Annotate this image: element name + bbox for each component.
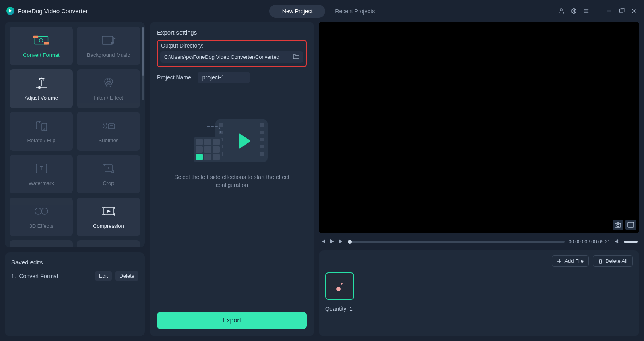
snapshot-icon[interactable] (613, 220, 623, 230)
placeholder-graphic (194, 119, 270, 164)
export-button[interactable]: Export (157, 312, 307, 329)
project-name-label: Project Name: (157, 74, 193, 81)
edit-icon (33, 247, 50, 247)
background-music-icon (101, 34, 117, 46)
effects-panel: Convert Format Background Music Adjust V… (5, 22, 145, 247)
folder-stack-icon (101, 247, 117, 247)
svg-point-14 (111, 42, 114, 44)
account-icon[interactable] (558, 8, 565, 15)
volume-icon[interactable] (614, 239, 620, 245)
saved-edit-button[interactable]: Edit (95, 271, 112, 281)
effect-background-music[interactable]: Background Music (77, 27, 140, 65)
saved-delete-button[interactable]: Delete (115, 271, 138, 281)
output-directory-input[interactable]: C:\Users\pc\FoneDog Video Converter\Conv… (160, 51, 303, 63)
effects-scrollbar[interactable] (142, 27, 144, 100)
svg-point-30 (41, 208, 48, 214)
watermark-icon: T (33, 162, 50, 175)
menu-icon[interactable] (583, 8, 590, 15)
convert-format-icon (33, 34, 50, 46)
compression-icon (101, 205, 117, 217)
prev-track-icon[interactable] (320, 239, 326, 245)
svg-point-36 (617, 224, 619, 227)
filter-effect-icon (101, 77, 117, 89)
svg-point-29 (35, 208, 41, 214)
effect-convert-format[interactable]: Convert Format (10, 27, 73, 65)
svg-rect-22 (108, 124, 115, 129)
three-d-icon (33, 205, 50, 217)
effect-subtitles[interactable]: Subtitles (77, 112, 140, 151)
progress-slider[interactable] (348, 241, 565, 243)
svg-marker-33 (107, 210, 111, 213)
minimize-button[interactable] (606, 8, 613, 15)
volume-slider[interactable] (624, 241, 638, 243)
effect-3d-effects[interactable]: 3D Effects (10, 198, 73, 236)
next-track-icon[interactable] (338, 239, 344, 245)
effect-crop[interactable]: Crop (77, 155, 140, 193)
effect-watermark[interactable]: T Watermark (10, 155, 73, 193)
output-directory-block: Output Directory: C:\Users\pc\FoneDog Vi… (157, 40, 307, 67)
svg-point-1 (573, 10, 574, 12)
files-panel: Add File Delete All Quantity: 1 (319, 250, 639, 336)
svg-point-40 (336, 287, 341, 291)
svg-point-0 (560, 8, 563, 11)
svg-text:T: T (40, 166, 43, 171)
close-button[interactable] (631, 8, 638, 15)
effect-filter-effect[interactable]: Filter / Effect (77, 69, 140, 108)
time-display: 00:00:00 / 00:05:21 (569, 239, 610, 245)
delete-all-button[interactable]: Delete All (593, 255, 633, 267)
fullscreen-icon[interactable] (625, 220, 636, 230)
saved-edits-panel: Saved edits 1. Convert Format Edit Delet… (5, 252, 145, 336)
project-name-input[interactable]: project-1 (198, 72, 250, 83)
effect-rotate-flip[interactable]: Rotate / Flip (10, 112, 73, 151)
svg-rect-20 (36, 122, 41, 129)
play-icon[interactable] (329, 239, 335, 245)
browse-folder-icon[interactable] (293, 54, 299, 60)
svg-point-16 (38, 86, 40, 88)
saved-edits-title: Saved edits (11, 259, 138, 266)
saved-edit-row: 1. Convert Format Edit Delete (11, 271, 138, 281)
quantity-label: Quantity: 1 (325, 306, 633, 312)
rotate-flip-icon (33, 120, 50, 132)
svg-rect-6 (620, 9, 623, 12)
effect-adjust-volume[interactable]: Adjust Volume (10, 69, 73, 108)
svg-rect-10 (33, 35, 38, 38)
subtitles-icon (101, 120, 117, 132)
tab-new-project[interactable]: New Project (269, 5, 325, 18)
app-title: FoneDog Video Converter (18, 8, 88, 15)
output-directory-label: Output Directory: (160, 42, 303, 49)
effect-placeholder: Select the left side effections to start… (157, 119, 307, 189)
svg-rect-13 (102, 36, 113, 44)
tab-recent-projects[interactable]: Recent Projects (335, 8, 375, 15)
svg-point-28 (108, 167, 109, 169)
video-preview (319, 22, 639, 233)
file-thumbnail[interactable] (325, 272, 354, 300)
effect-more-2[interactable] (77, 240, 140, 247)
effect-more-1[interactable] (10, 240, 73, 247)
svg-rect-11 (44, 42, 49, 44)
crop-icon (101, 162, 117, 175)
settings-icon[interactable] (570, 8, 577, 15)
svg-rect-37 (628, 222, 634, 227)
add-file-button[interactable]: Add File (552, 255, 589, 267)
export-settings-panel: Export settings Output Directory: C:\Use… (150, 22, 314, 336)
export-settings-title: Export settings (157, 29, 307, 36)
maximize-button[interactable] (618, 8, 625, 15)
adjust-volume-icon (33, 77, 50, 89)
effect-compression[interactable]: Compression (77, 198, 140, 236)
app-logo-icon (6, 7, 14, 15)
playback-bar: 00:00:00 / 00:05:21 (319, 237, 639, 246)
